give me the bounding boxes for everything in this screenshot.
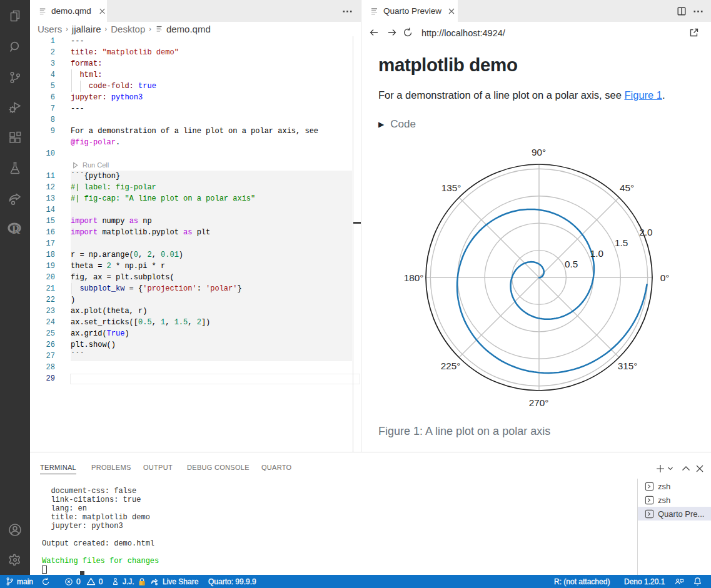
svg-text:0.5: 0.5 xyxy=(565,259,578,269)
svg-text:90°: 90° xyxy=(532,147,546,157)
svg-text:270°: 270° xyxy=(529,397,549,408)
svg-text:1.5: 1.5 xyxy=(615,237,628,248)
svg-text:225°: 225° xyxy=(441,361,461,371)
svg-text:2.0: 2.0 xyxy=(639,227,652,237)
svg-text:R: R xyxy=(12,224,21,236)
svg-text:45°: 45° xyxy=(620,182,634,193)
svg-text:135°: 135° xyxy=(441,182,461,193)
svg-text:180°: 180° xyxy=(404,272,424,283)
svg-text:315°: 315° xyxy=(618,361,638,371)
svg-text:0°: 0° xyxy=(660,272,670,283)
svg-text:1.0: 1.0 xyxy=(590,248,603,259)
